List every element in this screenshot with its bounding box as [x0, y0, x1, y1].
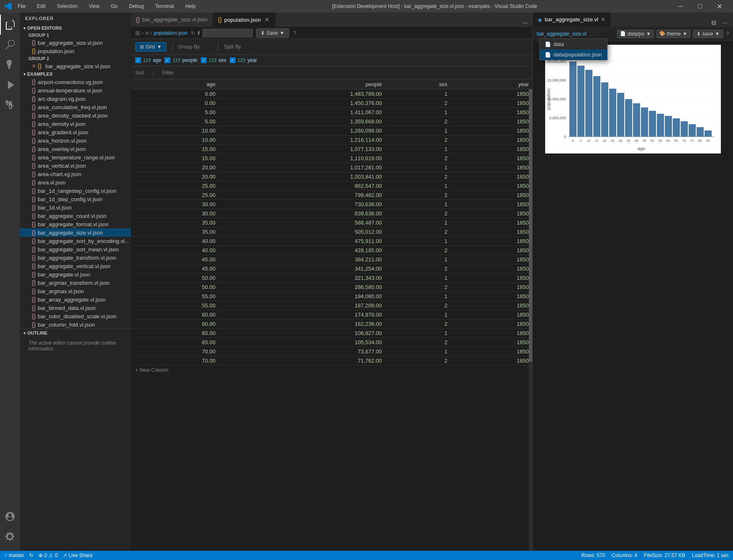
col-year[interactable]: year — [451, 79, 532, 89]
grid-view-button[interactable]: ⊞ Grid ▼ — [135, 42, 167, 51]
tab-bar-agg-vl[interactable]: {} bar_aggregate_size.vl.json — [131, 13, 213, 27]
list-item[interactable]: {}bar_aggregate_sort_by_encoding.vl... — [20, 237, 131, 245]
explorer-activity-icon[interactable] — [0, 15, 20, 35]
sync-status[interactable]: ↻ — [29, 552, 33, 558]
open-editors-header[interactable]: ▾ OPEN EDITORS — [20, 24, 131, 32]
col-age[interactable]: age — [131, 79, 219, 89]
col-sex[interactable]: sex — [385, 79, 451, 89]
list-item[interactable]: {}area_temperature_range.vl.json — [20, 153, 131, 161]
git-branch-status[interactable]: ⑂ master — [4, 552, 24, 558]
close-icon-small[interactable]: ✕ — [32, 63, 36, 69]
live-share-status[interactable]: ↗ Live Share — [63, 552, 92, 558]
list-item[interactable]: {}bar_aggregate_vertical.vl.json — [20, 262, 131, 270]
settings-activity-icon[interactable] — [0, 527, 20, 547]
list-item[interactable]: {}area-chart.vg.json — [20, 170, 131, 178]
field-people-checkbox[interactable]: ✓ — [164, 57, 170, 63]
tab-overflow-button[interactable]: ··· — [518, 19, 532, 27]
title-bar-menu[interactable]: File Edit Selection View Go Debug Termin… — [15, 3, 198, 10]
columns-status[interactable]: Columns: 4 — [612, 552, 637, 558]
source-control-activity-icon[interactable] — [0, 55, 20, 75]
list-item[interactable]: {}arc-diagram.vg.json — [20, 95, 131, 103]
tab-close-button[interactable]: ✕ — [264, 16, 270, 23]
list-item[interactable]: {}bar_column_fold.vl.json — [20, 320, 131, 329]
list-item[interactable]: {}area_horizon.vl.json — [20, 136, 131, 145]
list-item[interactable]: {}area_overlay.vl.json — [20, 145, 131, 153]
list-item[interactable]: {}bar_aggregate_count.vl.json — [20, 212, 131, 220]
examples-header[interactable]: ▾ EXAMPLES — [20, 70, 131, 78]
open-editor-population-json-group1[interactable]: {} population.json — [20, 47, 131, 55]
list-item[interactable]: {}bar_1d.vl.json — [20, 203, 131, 212]
open-editor-bar-agg-vl-group1[interactable]: {} bar_aggregate_size.vl.json — [20, 38, 131, 47]
list-item[interactable]: {}area_density.vl.json — [20, 120, 131, 128]
menu-selection[interactable]: Selection — [54, 3, 80, 10]
scrollbar-thumb[interactable] — [529, 79, 532, 362]
menu-help[interactable]: Help — [183, 3, 198, 10]
menu-go[interactable]: Go — [108, 3, 120, 10]
list-item[interactable]: {}bar_aggregate_transform.vl.json — [20, 253, 131, 262]
run-activity-icon[interactable] — [0, 75, 20, 95]
cell-people: 321,343.00 — [219, 274, 385, 283]
menu-terminal[interactable]: Terminal — [153, 3, 177, 10]
errors-status[interactable]: ⊗ 0 ⚠ 0 — [38, 552, 58, 558]
scrollbar-track[interactable] — [529, 79, 532, 551]
rows-status[interactable]: Rows: 570 — [582, 552, 605, 558]
list-item[interactable]: {}bar_argmax.vl.json — [20, 287, 131, 295]
help-icon[interactable]: ? — [293, 30, 296, 36]
vega-help-icon[interactable]: ? — [726, 31, 729, 37]
list-item[interactable]: {}bar_argmax_transform.vl.json — [20, 279, 131, 287]
search-input[interactable] — [202, 29, 253, 37]
vega-more-button[interactable]: ··· — [720, 18, 729, 27]
menu-edit[interactable]: Edit — [34, 3, 48, 10]
theme-dropdown[interactable]: 🎨 theme ▼ — [656, 30, 690, 38]
list-item[interactable]: {}area_cumulative_freq.vl.json — [20, 103, 131, 111]
dropdown-item-population[interactable]: 📄 data/population.json — [540, 49, 607, 60]
field-age-checkbox[interactable]: ✓ — [135, 57, 141, 63]
list-item-selected[interactable]: {}bar_aggregate_size.vl.json — [20, 228, 131, 237]
menu-view[interactable]: View — [86, 3, 102, 10]
list-item[interactable]: {}bar_color_disabled_scale.vl.json — [20, 312, 131, 320]
list-item[interactable]: {}annual-temperature.vl.json — [20, 86, 131, 95]
field-sex-checkbox[interactable]: ✓ — [201, 57, 207, 63]
vega-tab[interactable]: ◈ bar_aggregate_size.vl ✕ — [533, 13, 611, 27]
vega-tab-close-button[interactable]: ✕ — [601, 16, 605, 23]
save-button[interactable]: ⬇ Save ▼ — [256, 28, 289, 38]
list-item[interactable]: {}area_vertical.vl.json — [20, 161, 131, 170]
tab-population-json[interactable]: {} population.json ✕ — [213, 13, 276, 27]
maximize-button[interactable]: □ — [690, 0, 710, 13]
new-column-button[interactable]: + New Column — [131, 366, 532, 375]
data-grid-container[interactable]: age people sex year 0.001,483,789.001185… — [131, 79, 532, 551]
search-activity-icon[interactable] — [0, 35, 20, 55]
filesize-status[interactable]: FileSize: 27.57 KB — [644, 552, 685, 558]
col-people[interactable]: people — [219, 79, 385, 89]
list-item[interactable]: {}area.vl.json — [20, 178, 131, 187]
list-item[interactable]: {}area_gradient.vl.json — [20, 128, 131, 136]
vega-save-dropdown[interactable]: ⬇ save ▼ — [693, 30, 723, 38]
outline-header[interactable]: ▾ OUTLINE — [20, 329, 131, 337]
list-item[interactable]: {}bar_aggregate_sort_mean.vl.json — [20, 245, 131, 253]
list-item[interactable]: {}bar_binned_data.vl.json — [20, 304, 131, 312]
extensions-activity-icon[interactable] — [0, 95, 20, 115]
list-item[interactable]: {}bar_1d_rangestep_config.vl.json — [20, 187, 131, 195]
minimize-button[interactable]: ─ — [671, 0, 690, 13]
menu-debug[interactable]: Debug — [126, 3, 146, 10]
cell-year: 1850 — [451, 145, 532, 154]
title-bar-controls[interactable]: ─ □ ✕ — [671, 0, 729, 13]
data-dropdown[interactable]: 📄 data/po ▼ — [617, 30, 654, 38]
list-item[interactable]: {}bar_aggregate_format.vl.json — [20, 220, 131, 228]
loadtime-status[interactable]: LoadTime: 1 sec — [692, 552, 729, 558]
list-item[interactable]: {}airport-connections.vg.json — [20, 78, 131, 86]
vega-split-button[interactable]: ⊟ — [710, 18, 718, 27]
field-year-checkbox[interactable]: ✓ — [230, 57, 236, 63]
list-item[interactable]: {}bar_1d_step_config.vl.json — [20, 195, 131, 203]
refresh-icon[interactable]: ↻ — [191, 30, 195, 36]
breadcrumb-current[interactable]: population.json — [154, 30, 187, 36]
open-editor-bar-agg-vl-group2[interactable]: ✕ {} bar_aggregate_size.vl.json — [20, 62, 131, 70]
list-item[interactable]: {}area_density_stacked.vl.json — [20, 111, 131, 120]
close-button[interactable]: ✕ — [710, 0, 729, 13]
upload-icon[interactable]: ⬆ — [197, 30, 201, 36]
list-item[interactable]: {}bar_array_aggregate.vl.json — [20, 295, 131, 304]
accounts-activity-icon[interactable] — [0, 506, 20, 527]
menu-file[interactable]: File — [15, 3, 28, 10]
list-item[interactable]: {}bar_aggregate.vl.json — [20, 270, 131, 279]
dropdown-item-data[interactable]: 📄 data — [540, 39, 607, 49]
